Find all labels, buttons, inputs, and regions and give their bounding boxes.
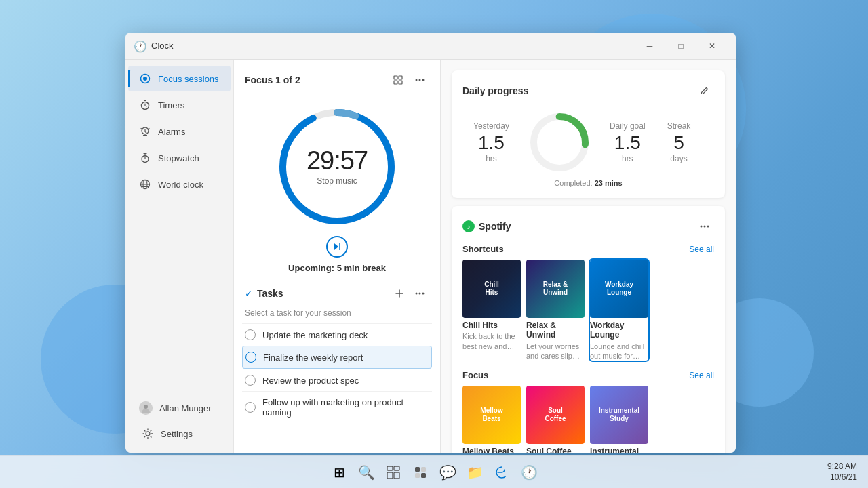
workday-lounge-thumbnail: WorkdayLounge [590,260,648,318]
sidebar-item-label: World clock [158,180,203,190]
tasks-header-icons [390,284,429,303]
task-radio-2[interactable] [245,352,256,363]
skip-button[interactable] [326,236,348,258]
svg-rect-32 [394,472,399,479]
more-options-button[interactable] [410,70,429,89]
chat-button[interactable]: 💬 [435,460,460,485]
spotify-more-button[interactable] [695,217,714,236]
timer-container: 29:57 Stop music Upcoming: 5 min break [234,95,440,279]
mellow-beats-name: Mellow Beats [462,447,521,453]
completed-value: 23 mins [595,179,623,187]
instrumental-study-thumbnail: InstrumentalStudy [590,386,648,444]
explorer-button[interactable]: 📁 [462,460,487,485]
clock-app-button[interactable]: 🕐 [517,460,541,485]
mellow-beats-thumb-text: MellowBeats [477,404,505,426]
completed-text: Completed: 23 mins [462,179,714,187]
stop-music-label: Stop music [307,176,368,186]
alarms-icon [139,125,151,138]
task-view-button[interactable] [381,460,406,485]
relax-unwind-name: Relax & Unwind [526,321,585,340]
sidebar-item-label: Timers [158,100,184,110]
sidebar-item-label: Focus sessions [158,74,219,84]
focus-music-label: Focus [462,370,488,380]
music-card-soul[interactable]: SoulCoffee Soul Coffee The tunes to ease… [526,386,585,453]
task-text-2: Finalize the weekly report [263,352,363,363]
task-radio-4[interactable] [245,402,256,413]
svg-rect-36 [421,473,426,478]
edge-button[interactable] [490,460,514,485]
svg-point-28 [707,226,709,228]
focus-header-icons [389,70,429,89]
shortcuts-grid: ChillHits Chill Hits Kick back to the be… [462,260,714,361]
user-profile[interactable]: Allan Munger [128,396,231,420]
task-radio-1[interactable] [245,329,256,340]
goal-label: Daily goal [610,121,646,131]
streak-label: Streak [667,121,691,131]
streak-unit: days [667,154,691,163]
minimize-button[interactable]: ─ [634,35,665,57]
music-card-chill[interactable]: ChillHits Chill Hits Kick back to the be… [462,260,521,361]
workday-lounge-name: Workday Lounge [590,321,648,340]
shortcuts-see-all[interactable]: See all [689,245,714,254]
title-bar: 🕐 Clock ─ □ ✕ [125,33,736,60]
close-button[interactable]: ✕ [696,35,728,57]
svg-point-7 [144,405,148,409]
task-text-4: Follow up with marketing on product nami… [262,397,429,418]
settings-item[interactable]: Settings [131,421,228,447]
sidebar-item-stopwatch[interactable]: Stopwatch [128,145,231,171]
task-item-selected[interactable]: Finalize the weekly report [242,346,432,369]
sidebar-item-label: Stopwatch [158,153,199,163]
sidebar-item-timers[interactable]: Timers [128,92,231,118]
sidebar-item-alarms[interactable]: Alarms [128,119,231,144]
progress-card-header: Daily progress [462,81,714,100]
app-icon: 🕐 [134,40,146,52]
mellow-beats-thumbnail: MellowBeats [462,386,521,444]
svg-point-13 [419,79,421,81]
sidebar-bottom: Allan Munger Settings [125,390,233,453]
clock-time: 9:28 AM [827,462,857,472]
task-radio-3[interactable] [245,375,256,386]
tasks-title: Tasks [257,288,390,299]
edit-progress-button[interactable] [695,81,714,100]
timer-time: 29:57 [307,148,368,174]
chill-hits-thumb-text: ChillHits [481,278,502,300]
task-item[interactable]: Update the marketing deck [242,323,432,346]
stopwatch-icon [139,152,151,164]
widgets-button[interactable] [408,460,433,485]
fullscreen-button[interactable] [389,70,408,89]
svg-point-22 [419,293,421,295]
sidebar-item-label: Alarms [158,127,185,137]
music-card-relax[interactable]: Relax &Unwind Relax & Unwind Let your wo… [526,260,585,361]
shortcuts-header: Shortcuts See all [462,244,714,254]
search-button[interactable]: 🔍 [354,460,378,485]
svg-rect-34 [421,467,426,472]
svg-rect-9 [399,76,402,79]
progress-title: Daily progress [462,85,528,96]
task-item[interactable]: Review the product spec [242,369,432,391]
goal-stat: Daily goal 1.5 hrs [599,121,656,163]
tasks-subtitle: Select a task for your session [242,308,432,323]
sidebar-nav: Focus sessions Timers Alarms [125,65,233,390]
music-card-workday[interactable]: WorkdayLounge Workday Lounge Lounge and … [590,260,648,361]
tasks-check-icon: ✓ [245,288,253,299]
chill-hits-desc: Kick back to the best new and rece... [462,331,521,351]
focus-grid: MellowBeats Mellow Beats Stay relaxed wi… [462,386,714,453]
tasks-more-button[interactable] [410,284,429,303]
task-item[interactable]: Follow up with marketing on product nami… [242,391,432,423]
timer-display: 29:57 Stop music [307,148,368,186]
sidebar-item-focus-sessions[interactable]: Focus sessions [128,66,231,92]
music-card-mellow[interactable]: MellowBeats Mellow Beats Stay relaxed wi… [462,386,521,453]
world-clock-icon [139,178,151,190]
spotify-header: ♪ Spotify [462,217,714,236]
focus-see-all[interactable]: See all [689,371,714,380]
tasks-section: ✓ Tasks Select a task for your session [234,279,440,423]
focus-panel: Focus 1 of 2 [234,60,441,453]
add-task-button[interactable] [390,284,409,303]
avatar [139,401,153,415]
svg-rect-33 [415,467,420,472]
sidebar-item-world-clock[interactable]: World clock [128,171,231,197]
start-button[interactable]: ⊞ [327,460,351,485]
spotify-icon: ♪ [462,220,475,232]
music-card-instrumental[interactable]: InstrumentalStudy Instrumental Study A s… [590,386,648,453]
maximize-button[interactable]: □ [665,35,696,57]
